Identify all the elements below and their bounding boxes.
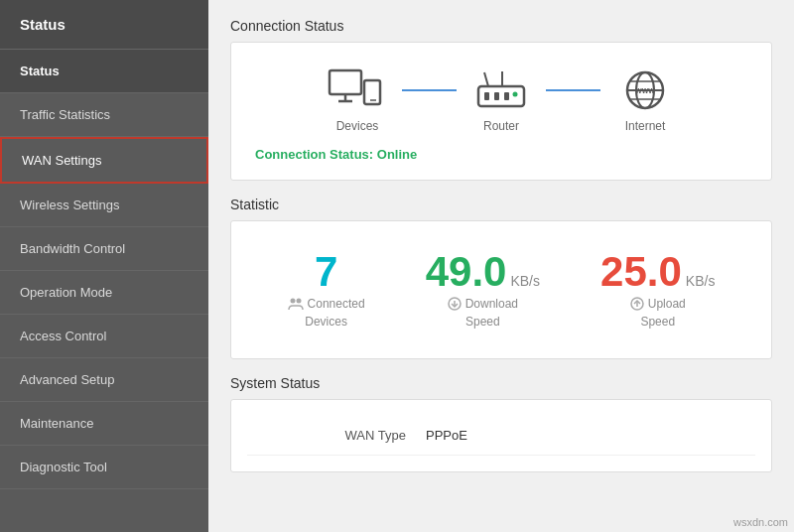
router-icon (474, 68, 529, 113)
svg-rect-9 (494, 92, 499, 100)
upload-label2-wrap: Speed (640, 315, 675, 329)
svg-rect-8 (484, 92, 489, 100)
connection-status-value: Online (377, 147, 417, 162)
stat-row: 7 Connected Devices (247, 237, 755, 342)
connection-status-text: Connection Status: Online (247, 139, 755, 164)
download-speed-value: 49.0 (426, 251, 507, 293)
system-status-card: WAN Type PPPoE (230, 399, 772, 472)
wan-type-row: WAN Type PPPoE (247, 416, 755, 456)
upload-icon (630, 297, 644, 311)
upload-label2: Speed (640, 315, 675, 329)
sidebar-item-traffic-statistics[interactable]: Traffic Statistics (0, 93, 208, 137)
wan-type-key: WAN Type (267, 428, 426, 443)
download-label1: Download (465, 297, 518, 311)
connected-devices-label2: Devices (305, 315, 347, 329)
svg-point-18 (290, 299, 295, 304)
svg-rect-10 (504, 92, 509, 100)
connection-status-prefix: Connection Status: (255, 147, 377, 162)
watermark: wsxdn.com (733, 516, 788, 528)
upload-label1: Upload (648, 297, 686, 311)
connection-icons-row: Devices (247, 59, 755, 139)
connection-status-card: Devices (230, 42, 772, 181)
router-label: Router (483, 119, 519, 133)
download-label2: Speed (465, 315, 500, 329)
router-item: Router (457, 68, 546, 133)
wan-type-value: PPPoE (426, 428, 467, 443)
download-speed-stat: 49.0 KB/s Download Speed (426, 251, 540, 329)
connected-label1: Connected (308, 297, 365, 311)
line-router-internet (546, 89, 600, 91)
download-label2-wrap: Speed (465, 315, 500, 329)
svg-rect-0 (330, 70, 361, 94)
sidebar-item-status[interactable]: Status (0, 50, 208, 93)
system-status-section: System Status WAN Type PPPoE (230, 375, 772, 472)
connected-label2: Devices (305, 315, 347, 329)
connected-devices-stat: 7 Connected Devices (288, 251, 365, 329)
devices-icon (328, 68, 387, 113)
internet-item: WWW Internet (600, 68, 690, 133)
sidebar-item-maintenance[interactable]: Maintenance (0, 402, 208, 446)
connected-devices-value: 7 (315, 251, 337, 293)
devices-item: Devices (313, 68, 402, 133)
connected-devices-label: Connected (288, 297, 365, 311)
statistic-card: 7 Connected Devices (230, 220, 772, 359)
statistic-title: Statistic (230, 197, 772, 212)
download-value-row: 49.0 KB/s (426, 251, 540, 293)
svg-point-19 (296, 299, 301, 304)
statistic-section: Statistic 7 Connected Devices (230, 197, 772, 359)
sidebar-item-bandwidth-control[interactable]: Bandwidth Control (0, 227, 208, 271)
system-status-title: System Status (230, 375, 772, 391)
upload-value-row: 25.0 KB/s (600, 251, 715, 293)
sidebar-item-advanced-setup[interactable]: Advanced Setup (0, 358, 208, 402)
sidebar: Status Status Traffic Statistics WAN Set… (0, 0, 208, 532)
sidebar-item-wan-settings[interactable]: WAN Settings (0, 137, 208, 184)
internet-icon: WWW (618, 68, 673, 113)
download-icon (448, 297, 462, 311)
connection-status-section: Connection Status Devices (230, 18, 772, 181)
sidebar-item-wireless-settings[interactable]: Wireless Settings (0, 184, 208, 227)
internet-label: Internet (625, 119, 666, 133)
sidebar-title: Status (0, 0, 208, 50)
upload-speed-stat: 25.0 KB/s Upload Speed (600, 251, 715, 329)
main-content: Connection Status Devices (208, 0, 794, 532)
connection-status-title: Connection Status (230, 18, 772, 34)
sidebar-item-operation-mode[interactable]: Operation Mode (0, 271, 208, 315)
users-icon (288, 297, 304, 311)
line-devices-router (402, 89, 457, 91)
download-speed-unit: KB/s (510, 273, 540, 289)
devices-label: Devices (336, 119, 379, 133)
upload-speed-label: Upload (630, 297, 686, 311)
upload-speed-unit: KB/s (686, 273, 716, 289)
svg-text:WWW: WWW (635, 87, 655, 94)
upload-speed-value: 25.0 (600, 251, 682, 293)
svg-line-5 (484, 72, 488, 86)
sidebar-item-access-control[interactable]: Access Control (0, 315, 208, 358)
sidebar-item-diagnostic-tool[interactable]: Diagnostic Tool (0, 446, 208, 489)
download-speed-label: Download (448, 297, 518, 311)
svg-point-11 (512, 92, 517, 97)
